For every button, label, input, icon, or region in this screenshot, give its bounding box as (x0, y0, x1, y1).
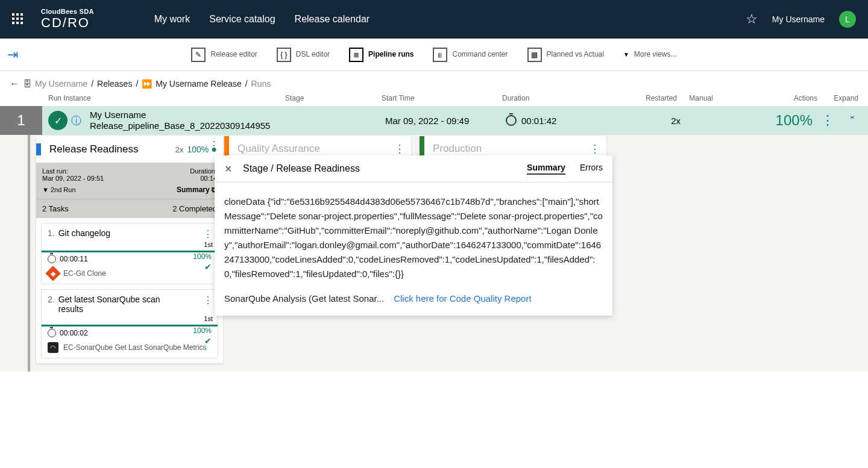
nav-calendar[interactable]: Release calendar (295, 14, 370, 25)
brand-logo: CloudBees SDA CD/RO (41, 8, 94, 31)
check-icon: ✔ (204, 262, 212, 272)
stopwatch-icon (48, 255, 56, 263)
crumb-release[interactable]: My Username Release (156, 79, 241, 89)
toolbar-pipeline-runs[interactable]: ≣Pipeline runs (349, 48, 414, 62)
panel-title: Stage / Release Readiness (243, 163, 527, 174)
favorite-icon[interactable]: ☆ (746, 11, 758, 27)
duration-label: Duration: (190, 167, 217, 175)
check-icon: ✔ (204, 336, 212, 346)
row-more-icon[interactable]: ⋮ (821, 113, 834, 128)
briefcase-icon: 🗄 (23, 79, 31, 89)
col-restarted: Restarted (623, 94, 677, 102)
run-selector[interactable]: ▼ 2nd Run (42, 186, 76, 193)
tasks-completed: 2 Completed (172, 204, 217, 213)
col-run-instance: Run Instance (48, 94, 285, 102)
stage-title: Release Readiness (49, 143, 175, 155)
stage-summary-panel: ✕ Stage / Release Readiness Summary Erro… (215, 155, 612, 316)
stopwatch-icon (48, 329, 56, 337)
status-success-icon: ✓ (48, 111, 68, 130)
sonar-analysis-label: SonarQube Analysis (Get latest Sonar... (224, 293, 384, 304)
duration-value: 00:14 (190, 175, 217, 182)
toolbar-dsl-editor[interactable]: { }DSL editor (277, 48, 330, 62)
crumb-releases[interactable]: Releases (97, 79, 132, 89)
last-run-value: Mar 09, 2022 - 09:51 (42, 175, 104, 182)
info-icon[interactable]: ⓘ (71, 114, 81, 128)
stage-more-icon[interactable]: ⋮ (209, 139, 219, 152)
nav-mywork[interactable]: My work (154, 14, 190, 25)
toolbar-planned-actual[interactable]: ▦Planned vs Actual (527, 48, 604, 62)
tab-errors[interactable]: Errors (580, 163, 603, 175)
col-duration: Duration (502, 94, 623, 102)
run-name: My Username Release_pipeline_Base_8_2022… (90, 110, 289, 131)
stage-release-readiness: Release Readiness 2x 100% ● ⋮ Last run:M… (36, 136, 223, 363)
task-more-icon[interactable]: ⋮ (203, 295, 213, 306)
task-sonarqube-scan[interactable]: 2.Get latest SonarQube scan results⋮ 1st… (41, 289, 218, 358)
col-stage: Stage (285, 94, 382, 102)
task-percent: 100% (193, 252, 212, 261)
tasks-count: 2 Tasks (42, 204, 69, 213)
row-collapse-icon[interactable]: ⌄⌃ (849, 113, 856, 128)
run-duration: 00:01:42 (506, 115, 626, 126)
panel-body-text: cloneData {"id":"6e5316b9255484d4383d06e… (215, 183, 612, 293)
avatar[interactable]: L (839, 11, 856, 28)
stage-percent: 100% (187, 145, 209, 154)
task-git-changelog[interactable]: 1.Git changelog⋮ 1st 100% 00:00:11 ✔ ◆EC… (41, 223, 218, 284)
username-label: My Username (772, 14, 825, 24)
sonarqube-icon: ◠ (48, 342, 58, 353)
run-restarted: 2x (626, 116, 681, 126)
stage-restart-count: 2x (175, 145, 184, 154)
last-run-label: Last run: (42, 167, 104, 175)
expand-sidebar-icon[interactable]: ⇥ (7, 47, 18, 62)
toolbar-more-views[interactable]: ▼More views... (623, 48, 677, 62)
back-icon[interactable]: ← (10, 78, 19, 89)
tab-summary[interactable]: Summary (527, 163, 565, 175)
crumb-runs: Runs (251, 79, 271, 89)
close-icon[interactable]: ✕ (224, 163, 232, 175)
code-quality-report-link[interactable]: Click here for Code Quality Report (394, 293, 531, 304)
summary-link[interactable]: Summary ⧉ (177, 186, 217, 194)
crumb-user[interactable]: My Username (35, 79, 87, 89)
breadcrumb: ← 🗄 My Username / Releases / ⏩ My Userna… (0, 71, 868, 92)
col-start: Start Time (382, 94, 502, 102)
run-row[interactable]: 1 ✓ ⓘ My Username Release_pipeline_Base_… (0, 106, 868, 135)
col-manual: Manual (677, 94, 725, 102)
col-actions: Actions (725, 94, 822, 102)
stage-more-icon[interactable]: ⋮ (394, 142, 405, 155)
stopwatch-icon (506, 115, 517, 126)
nav-catalog[interactable]: Service catalog (209, 14, 275, 25)
brand-bottom: CD/RO (41, 15, 94, 31)
task-more-icon[interactable]: ⋮ (203, 228, 213, 240)
apps-menu-icon[interactable] (12, 13, 24, 25)
run-percent: 100% (729, 112, 821, 129)
brand-top: CloudBees SDA (41, 8, 94, 15)
task-percent: 100% (193, 326, 212, 335)
run-number: 1 (0, 106, 42, 135)
fastforward-icon: ⏩ (142, 79, 152, 89)
col-expand: Expand (822, 94, 858, 102)
run-start-time: Mar 09, 2022 - 09:49 (385, 116, 506, 126)
toolbar-release-editor[interactable]: ✎Release editor (191, 48, 257, 62)
stage-more-icon[interactable]: ⋮ (590, 142, 600, 155)
task-attempt: 1st (48, 241, 213, 248)
git-icon: ◆ (45, 266, 60, 281)
task-attempt: 1st (48, 315, 213, 322)
toolbar-command-center[interactable]: ⫼Command center (433, 48, 508, 62)
